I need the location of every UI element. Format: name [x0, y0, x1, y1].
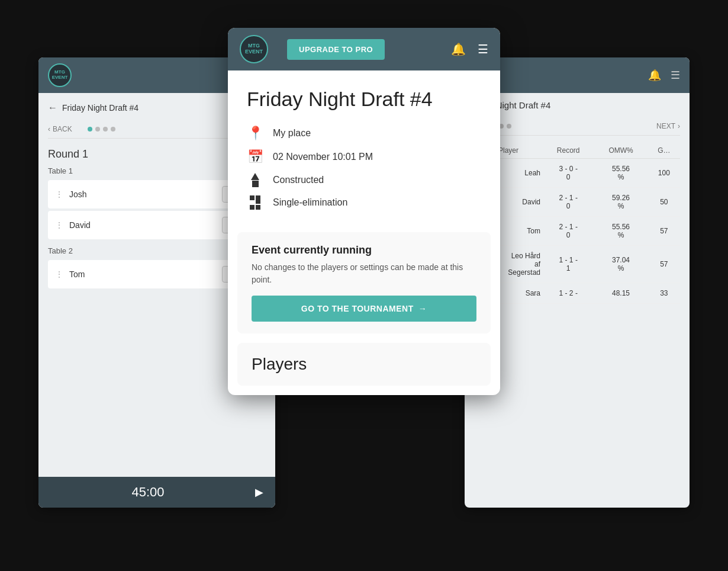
next-button[interactable]: NEXT › — [656, 122, 680, 130]
back-label: BACK — [53, 125, 72, 133]
player-name: Tom — [69, 270, 216, 279]
menu-icon[interactable]: ☰ — [671, 69, 680, 82]
event-format: Constructed — [273, 175, 324, 185]
timer-bar: 45:00 ▶ — [38, 477, 275, 508]
event-detail-section: Friday Night Draft #4 📍 My place 📅 02 No… — [228, 70, 500, 232]
omw: 55.56% — [594, 217, 648, 246]
standings-row: Tom 2 - 1 -0 55.56% 57 — [474, 217, 680, 246]
gw: 57 — [648, 217, 680, 246]
col-record: Record — [543, 143, 594, 159]
col-gw: G… — [648, 143, 680, 159]
event-format-row: Constructed — [247, 173, 481, 187]
event-title: Friday Night Draft #4 — [247, 87, 481, 111]
dot-4 — [111, 127, 115, 131]
bell-icon[interactable]: 🔔 — [451, 42, 466, 56]
timer-display: 45:00 — [50, 485, 246, 500]
standings-row: David 2 - 1 -0 59.26% 50 — [474, 188, 680, 217]
standings-row: Leo HårdafSegerstad 1 - 1 -1 37.04% 57 — [474, 246, 680, 283]
record: 3 - 0 -0 — [543, 159, 594, 188]
dot-4 — [507, 124, 511, 129]
main-card-header: MTGEVENT UPGRADE TO PRO 🔔 ☰ — [228, 28, 500, 70]
dot-1 — [88, 127, 92, 131]
dot-3 — [103, 127, 108, 131]
gw: 57 — [648, 246, 680, 283]
standings-row: Leah 3 - 0 -0 55.56% 100 — [474, 159, 680, 188]
format-icon — [247, 173, 263, 187]
gw: 100 — [648, 159, 680, 188]
record: 2 - 1 -0 — [543, 217, 594, 246]
right-page-title: riday Night Draft #4 — [474, 100, 680, 110]
chevron-right-icon: › — [678, 122, 680, 130]
record: 1 - 1 -1 — [543, 246, 594, 283]
record: 2 - 1 -0 — [543, 188, 594, 217]
gw: 50 — [648, 188, 680, 217]
running-section: Event currently running No changes to th… — [237, 232, 491, 333]
player-name: David — [69, 220, 216, 230]
running-title: Event currently running — [252, 244, 476, 256]
players-title: Players — [252, 355, 476, 374]
players-section: Players — [237, 343, 491, 386]
event-structure-row: Single-elimination — [247, 195, 481, 210]
event-date-row: 📅 02 November 10:01 PM — [247, 149, 481, 165]
event-structure: Single-elimination — [273, 197, 347, 208]
running-description: No changes to the players or settings ca… — [252, 261, 476, 286]
main-logo: MTGEVENT — [240, 35, 268, 63]
omw: 55.56% — [594, 159, 648, 188]
dot-2 — [95, 127, 100, 131]
pagination-dots — [88, 127, 115, 131]
player-name: Josh — [69, 190, 216, 199]
drag-icon: ⋮ — [55, 220, 63, 230]
page-title: Friday Night Draft #4 — [62, 103, 138, 113]
standings-table: Player Record OMW% G… Leah 3 - 0 -0 55.5… — [474, 143, 680, 304]
gw: 33 — [648, 283, 680, 304]
omw: 59.26% — [594, 188, 648, 217]
omw: 48.15 — [594, 283, 648, 304]
chevron-left-icon: ‹ — [48, 125, 50, 133]
structure-icon — [247, 195, 263, 210]
right-sub-nav: NEXT › — [474, 117, 680, 136]
calendar-icon: 📅 — [247, 149, 263, 165]
back-arrow-icon[interactable]: ← — [48, 102, 57, 113]
back-button[interactable]: ‹ BACK — [48, 125, 72, 133]
event-date: 02 November 10:01 PM — [273, 152, 373, 162]
bell-icon[interactable]: 🔔 — [648, 69, 661, 82]
next-label: NEXT — [656, 122, 675, 130]
arrow-right-icon: → — [418, 304, 427, 313]
menu-icon[interactable]: ☰ — [478, 42, 488, 56]
tournament-btn-label: GO TO THE TOURNAMENT — [301, 304, 414, 313]
header-icons: 🔔 ☰ — [451, 42, 488, 56]
right-header-icons: 🔔 ☰ — [648, 69, 680, 82]
record: 1 - 2 - — [543, 283, 594, 304]
upgrade-button[interactable]: UPGRADE TO PRO — [287, 39, 385, 60]
main-card: MTGEVENT UPGRADE TO PRO 🔔 ☰ Friday Night… — [228, 28, 500, 395]
event-location: My place — [273, 128, 311, 139]
omw: 37.04% — [594, 246, 648, 283]
event-location-row: 📍 My place — [247, 126, 481, 141]
standings-row: Sara 1 - 2 - 48.15 33 — [474, 283, 680, 304]
drag-icon: ⋮ — [55, 270, 63, 279]
col-omw: OMW% — [594, 143, 648, 159]
go-to-tournament-button[interactable]: GO TO THE TOURNAMENT → — [252, 296, 476, 322]
left-logo: MTGEVENT — [48, 63, 72, 87]
location-icon: 📍 — [247, 126, 263, 141]
play-icon[interactable]: ▶ — [255, 486, 263, 499]
drag-icon: ⋮ — [55, 190, 63, 199]
